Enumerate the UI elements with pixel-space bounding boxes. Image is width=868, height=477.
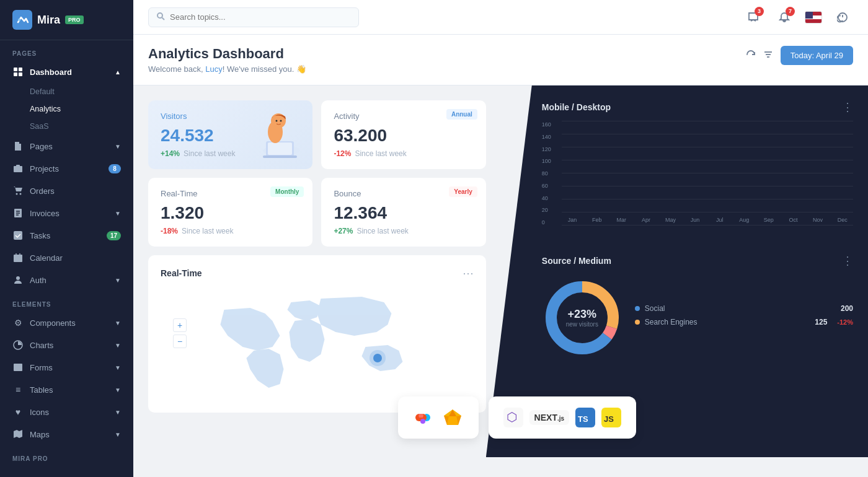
sidebar-item-invoices[interactable]: Invoices ▼ bbox=[0, 202, 133, 224]
sidebar-item-default[interactable]: Default bbox=[30, 83, 133, 100]
filter-icon[interactable] bbox=[763, 50, 773, 62]
scrollable-content: Visitors 24.532 +14% Since last week bbox=[133, 85, 868, 477]
tables-label: Tables bbox=[30, 385, 53, 395]
nextjs-logo: NEXT.js bbox=[529, 410, 569, 425]
notifications-button[interactable]: 7 bbox=[774, 7, 795, 28]
svg-marker-48 bbox=[447, 416, 458, 425]
sidebar-item-auth[interactable]: Auth ▼ bbox=[0, 269, 133, 291]
alerts-badge: 7 bbox=[786, 7, 795, 16]
bar-label-jul: Jul bbox=[716, 217, 724, 223]
svg-point-35 bbox=[280, 120, 282, 121]
zoom-out-button[interactable]: − bbox=[173, 335, 187, 348]
page-subtitle: Welcome back, Lucy! We've missed you. 👋 bbox=[148, 64, 306, 74]
sidebar-item-pages[interactable]: Pages ▼ bbox=[0, 135, 133, 157]
sidebar-item-analytics[interactable]: Analytics bbox=[30, 100, 133, 118]
svg-rect-4 bbox=[19, 72, 22, 76]
pages-icon bbox=[12, 141, 24, 152]
icons-label: Icons bbox=[30, 408, 49, 417]
dashboard-label: Dashboard bbox=[30, 68, 72, 77]
topbar: 3 7 bbox=[133, 0, 868, 35]
layout-split: Visitors 24.532 +14% Since last week bbox=[133, 85, 868, 457]
sidebar-item-calendar[interactable]: Calendar bbox=[0, 247, 133, 269]
topbar-right: 3 7 bbox=[743, 7, 853, 28]
sidebar-item-charts[interactable]: Charts ▼ bbox=[0, 334, 133, 356]
donut-sublabel: new visitors bbox=[566, 321, 598, 328]
realtime-change-label: Since last week bbox=[182, 227, 233, 235]
mobile-desktop-chart: 0 20 40 60 80 100 120 140 160 bbox=[542, 121, 853, 239]
sidebar-item-orders[interactable]: Orders bbox=[0, 180, 133, 202]
sidebar-item-forms[interactable]: Forms ▼ bbox=[0, 356, 133, 379]
sidebar-item-tasks[interactable]: Tasks 17 bbox=[0, 224, 133, 247]
section-label-mirapro: MIRA PRO bbox=[0, 445, 133, 466]
svg-point-42 bbox=[420, 419, 425, 424]
tech-logos-area: ⬡ NEXT.js TS JS bbox=[398, 396, 636, 439]
refresh-icon[interactable] bbox=[746, 50, 756, 62]
language-flag[interactable] bbox=[805, 11, 822, 24]
page-header: Analytics Dashboard Welcome back, Lucy! … bbox=[133, 35, 868, 85]
today-button[interactable]: Today: April 29 bbox=[781, 46, 853, 65]
legend-item-search: Search Engines 125 -12% bbox=[635, 318, 853, 326]
svg-point-34 bbox=[276, 120, 278, 121]
bar-label-apr: Apr bbox=[642, 217, 650, 223]
zoom-in-button[interactable]: + bbox=[173, 318, 187, 332]
legend-label-search: Search Engines bbox=[645, 318, 698, 326]
mobile-desktop-options[interactable]: ⋮ bbox=[842, 100, 853, 114]
svg-text:JS: JS bbox=[604, 414, 614, 424]
donut-percent: +23% bbox=[566, 308, 598, 321]
svg-rect-13 bbox=[14, 255, 22, 262]
stats-bottom-row: Real-Time Monthly 1.320 -18% Since last … bbox=[148, 178, 486, 247]
source-medium-options[interactable]: ⋮ bbox=[842, 254, 853, 268]
bar-label-nov: Nov bbox=[813, 217, 823, 223]
sidebar-item-saas[interactable]: SaaS bbox=[30, 118, 133, 135]
legend-dot-search bbox=[635, 320, 640, 325]
sidebar-item-maps[interactable]: Maps ▼ bbox=[0, 423, 133, 445]
projects-label: Projects bbox=[30, 164, 59, 173]
map-container: + − bbox=[161, 287, 474, 401]
stat-card-activity: Activity Annual 63.200 -12% Since last w… bbox=[321, 100, 485, 169]
logo-icon bbox=[12, 10, 32, 30]
bounce-change-label: Since last week bbox=[356, 227, 408, 235]
mobile-desktop-header: Mobile / Desktop ⋮ bbox=[542, 100, 853, 114]
logo-area: Mira PRO bbox=[0, 0, 133, 40]
sidebar-item-tables[interactable]: ≡ Tables ▼ bbox=[0, 379, 133, 401]
map-dot-asia bbox=[373, 354, 382, 362]
search-box[interactable] bbox=[148, 7, 359, 27]
map-title: Real-Time bbox=[161, 268, 202, 278]
sidebar-item-icons[interactable]: ♥ Icons ▼ bbox=[0, 401, 133, 423]
svg-rect-30 bbox=[268, 142, 292, 155]
sidebar-item-dashboard[interactable]: Dashboard ▲ bbox=[0, 61, 133, 83]
messages-badge: 3 bbox=[755, 7, 764, 16]
sidebar-item-projects[interactable]: Projects 8 bbox=[0, 157, 133, 180]
components-label: Components bbox=[30, 318, 76, 328]
legend-value-social: 200 bbox=[841, 304, 853, 313]
search-input[interactable] bbox=[170, 12, 351, 22]
realtime-footer: -18% Since last week bbox=[161, 227, 300, 235]
stats-top-row: Visitors 24.532 +14% Since last week bbox=[148, 100, 486, 169]
donut-container: +23% new visitors Social 200 bbox=[542, 278, 853, 358]
invoices-icon bbox=[12, 208, 24, 219]
icons-icon: ♥ bbox=[12, 406, 24, 418]
svg-point-0 bbox=[18, 19, 20, 21]
legend-item-social: Social 200 bbox=[635, 304, 853, 313]
power-button[interactable] bbox=[832, 7, 853, 28]
map-options[interactable]: ⋯ bbox=[463, 266, 474, 280]
svg-rect-2 bbox=[19, 68, 22, 71]
svg-rect-31 bbox=[263, 155, 297, 158]
pro-badge: PRO bbox=[65, 15, 84, 24]
sidebar-item-components[interactable]: ⚙ Components ▼ bbox=[0, 312, 133, 334]
mobile-desktop-card: Mobile / Desktop ⋮ 0 20 40 60 80 bbox=[542, 100, 853, 239]
map-header: Real-Time ⋯ bbox=[161, 266, 474, 280]
forms-label: Forms bbox=[30, 363, 53, 372]
y-axis: 0 20 40 60 80 100 120 140 160 bbox=[542, 121, 551, 225]
components-icon: ⚙ bbox=[12, 317, 24, 328]
svg-line-23 bbox=[162, 17, 165, 20]
auth-chevron: ▼ bbox=[115, 277, 121, 284]
design-tools-card bbox=[398, 396, 479, 439]
svg-rect-12 bbox=[14, 231, 22, 240]
logo-text: Mira bbox=[37, 14, 60, 27]
mobile-desktop-title: Mobile / Desktop bbox=[542, 102, 611, 112]
figma-icon bbox=[413, 406, 435, 429]
messages-button[interactable]: 3 bbox=[743, 7, 764, 28]
bar-label-may: May bbox=[665, 217, 676, 223]
bar-label-sep: Sep bbox=[764, 217, 774, 223]
